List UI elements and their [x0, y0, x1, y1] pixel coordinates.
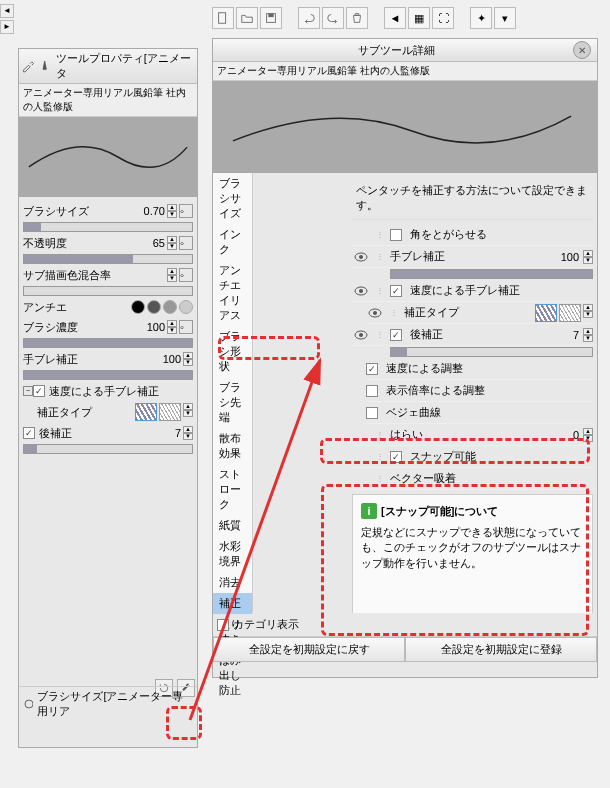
eye-icon[interactable]	[352, 449, 370, 465]
eye-icon[interactable]	[352, 471, 370, 487]
detail-pattern-2[interactable]	[559, 304, 581, 322]
category-item[interactable]: 補正	[213, 593, 252, 614]
correction-type-spinner[interactable]: ▲▼	[183, 403, 193, 421]
eye-icon[interactable]	[352, 227, 370, 243]
pattern-1[interactable]	[135, 403, 157, 421]
bezier-checkbox[interactable]	[366, 407, 378, 419]
detail-correction-spinner[interactable]: ▲▼	[583, 304, 593, 322]
aa-option-4[interactable]	[179, 300, 193, 314]
info-text: 定規などにスナップできる状態になっていても、このチェックがオフのサブツールはスナ…	[361, 525, 584, 571]
aa-option-1[interactable]	[131, 300, 145, 314]
opacity-spinner[interactable]: ▲▼	[167, 236, 177, 250]
scroll-left-icon[interactable]: ◄	[0, 4, 14, 18]
zoom-adjust-checkbox[interactable]	[366, 385, 378, 397]
category-item[interactable]: 消去	[213, 572, 252, 593]
category-item[interactable]: 水彩境界	[213, 536, 252, 572]
eye-icon[interactable]	[366, 305, 384, 321]
velocity-adjust-checkbox[interactable]	[366, 363, 378, 375]
density-spinner[interactable]: ▲▼	[167, 320, 177, 334]
subcolor-slider[interactable]	[23, 286, 193, 296]
velocity-stab-label: 速度による手ブレ補正	[49, 384, 193, 399]
eye-icon[interactable]	[352, 249, 370, 265]
category-item[interactable]: ブラシサイズ	[213, 173, 252, 224]
brush-size-spinner[interactable]: ▲▼	[167, 204, 177, 218]
reset-all-button[interactable]: 全設定を初期設定に戻す	[213, 637, 405, 662]
category-item[interactable]: ブラシ形状	[213, 326, 252, 377]
brush-name: アニメーター専用リアル風鉛筆 社内の人監修版	[19, 84, 197, 117]
density-slider[interactable]	[23, 338, 193, 348]
new-doc-icon[interactable]	[212, 7, 234, 29]
category-item[interactable]: アンチエイリアス	[213, 260, 252, 326]
arrow-left-icon[interactable]: ◄	[384, 7, 406, 29]
eye-icon[interactable]	[352, 283, 370, 299]
pen-icon	[38, 59, 51, 73]
grid-icon[interactable]: ▦	[408, 7, 430, 29]
stab-slider[interactable]	[23, 370, 193, 380]
category-item[interactable]: 散布効果	[213, 428, 252, 464]
sharpen-checkbox[interactable]	[390, 229, 402, 241]
category-show-checkbox[interactable]	[217, 619, 229, 631]
scroll-right-icon[interactable]: ►	[0, 20, 14, 34]
detail-description: ペンタッチを補正する方法について設定できます。	[352, 177, 593, 220]
post-correct-checkbox[interactable]	[23, 427, 35, 439]
bezier-row: ベジェ曲線	[366, 402, 593, 424]
eye-icon[interactable]	[352, 427, 370, 443]
opacity-slider[interactable]	[23, 254, 193, 264]
svg-rect-0	[219, 13, 226, 24]
stab-row: 手ブレ補正 100▲▼	[23, 349, 193, 369]
detail-velocity-checkbox[interactable]	[390, 285, 402, 297]
save-icon[interactable]	[260, 7, 282, 29]
post-correct-row: 後補正 7▲▼	[23, 423, 193, 443]
detail-postcorrect-checkbox[interactable]	[390, 329, 402, 341]
subtool-detail-panel: サブツール詳細 ✕ アニメーター専用リアル風鉛筆 社内の人監修版 ブラシサイズイ…	[212, 38, 598, 678]
stab-spinner[interactable]: ▲▼	[183, 352, 193, 366]
detail-velocity-label: 速度による手ブレ補正	[410, 283, 520, 298]
velocity-stab-checkbox[interactable]	[33, 385, 45, 397]
pattern-2[interactable]	[159, 403, 181, 421]
category-item[interactable]: ブラシ先端	[213, 377, 252, 428]
detail-postcorrect-value: 7	[549, 329, 579, 341]
detail-stab-label: 手ブレ補正	[390, 249, 545, 264]
category-item[interactable]: インク	[213, 224, 252, 260]
detail-stab-row: ⋮ 手ブレ補正 100 ▲▼	[352, 246, 593, 268]
zoom-adjust-row: 表示倍率による調整	[366, 380, 593, 402]
dropdown-icon[interactable]: ▾	[494, 7, 516, 29]
velocity-stab-row: − 速度による手ブレ補正	[23, 381, 193, 401]
subcolor-spinner[interactable]: ▲▼	[167, 268, 177, 282]
transform-icon[interactable]: ✦	[470, 7, 492, 29]
category-item[interactable]: 紙質	[213, 515, 252, 536]
density-value: 100	[135, 321, 165, 333]
open-icon[interactable]	[236, 7, 258, 29]
brush-size-row: ブラシサイズ 0.70▲▼◦	[23, 201, 193, 221]
detail-pattern-1[interactable]	[535, 304, 557, 322]
fit-icon[interactable]: ⛶	[432, 7, 454, 29]
close-button[interactable]: ✕	[573, 41, 591, 59]
bezier-label: ベジェ曲線	[386, 405, 441, 420]
redo-icon[interactable]	[322, 7, 344, 29]
post-correct-value: 7	[151, 427, 181, 439]
vector-row: ⋮ ベクター吸着	[352, 468, 593, 490]
save-all-button[interactable]: 全設定を初期設定に登録	[405, 637, 597, 662]
trash-icon[interactable]	[346, 7, 368, 29]
panel-title: ツールプロパティ[アニメータ	[56, 51, 195, 81]
info-title: [スナップ可能]について	[381, 505, 498, 517]
stab-value: 100	[151, 353, 181, 365]
detail-stab-slider[interactable]	[390, 269, 593, 279]
subcolor-label: サブ描画色混合率	[23, 268, 167, 283]
antialias-options[interactable]	[131, 300, 193, 314]
taper-spinner[interactable]: ▲▼	[583, 428, 593, 442]
post-correct-spinner[interactable]: ▲▼	[183, 426, 193, 440]
detail-postcorrect-slider[interactable]	[390, 347, 593, 357]
aa-option-3[interactable]	[163, 300, 177, 314]
stab-label: 手ブレ補正	[23, 352, 151, 367]
undo-icon[interactable]	[298, 7, 320, 29]
detail-postcorrect-spinner[interactable]: ▲▼	[583, 328, 593, 342]
category-item[interactable]: ストローク	[213, 464, 252, 515]
aa-option-2[interactable]	[147, 300, 161, 314]
eye-icon[interactable]	[352, 327, 370, 343]
post-correct-slider[interactable]	[23, 444, 193, 454]
brushsize-icon	[23, 698, 33, 710]
detail-stab-spinner[interactable]: ▲▼	[583, 250, 593, 264]
brush-size-slider[interactable]	[23, 222, 193, 232]
snap-checkbox[interactable]	[390, 451, 402, 463]
